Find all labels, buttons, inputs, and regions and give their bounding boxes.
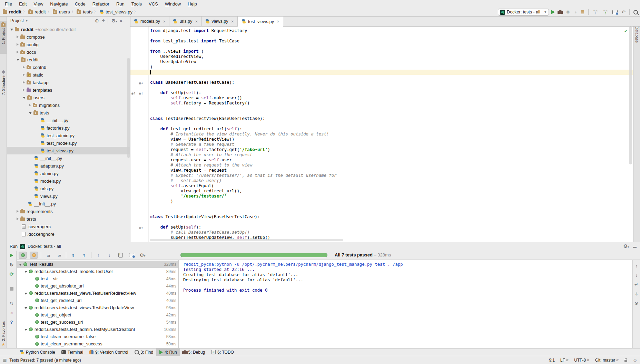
collapsed-arrow-icon[interactable]: [17, 51, 19, 53]
code-line[interactable]: UserRedirectView,: [130, 54, 633, 59]
breadcrumb-item[interactable]: reddit: [3, 9, 21, 14]
collapsed-arrow-icon[interactable]: [23, 73, 25, 76]
project-tree-item[interactable]: reddit ~/cookiecutter/reddit: [7, 26, 130, 33]
code-line[interactable]: # Expect: '/users/testuser/', as that is…: [130, 173, 633, 178]
project-tree-item[interactable]: config: [7, 41, 130, 48]
hide-panel-icon[interactable]: [120, 19, 124, 23]
code-line[interactable]: # call BaseUserTestCase.setUp(): [130, 230, 633, 235]
project-tree-item[interactable]: adapters.py: [7, 162, 130, 170]
tool-window-button-3-find[interactable]: 3: Find: [131, 348, 157, 356]
test-result-row[interactable]: test_get_success_url54ms: [17, 318, 178, 326]
close-icon[interactable]: [10, 311, 13, 315]
code-line[interactable]: [130, 220, 633, 225]
project-tree-item[interactable]: compose: [7, 33, 130, 41]
collapse-all-icon-button[interactable]: [80, 252, 88, 259]
project-tree-item[interactable]: tests: [7, 215, 130, 223]
code-line[interactable]: [130, 75, 633, 80]
run-icon[interactable]: [551, 10, 555, 14]
git-branch-widget[interactable]: Git: master⇵: [595, 358, 619, 363]
lock-icon[interactable]: [624, 360, 627, 362]
line-ending-widget[interactable]: LF⇵: [560, 358, 569, 363]
project-tree-item[interactable]: .coveragerc: [7, 223, 130, 230]
test-result-row[interactable]: test_get_object42ms: [17, 311, 178, 318]
pin-icon[interactable]: [10, 301, 13, 306]
code-editor[interactable]: from django.test import RequestFactoryfr…: [130, 27, 633, 242]
breadcrumb-item[interactable]: reddit: [28, 9, 46, 14]
close-tab-icon[interactable]: [231, 20, 234, 23]
test-result-row[interactable]: reddit.users.tests.test_models.TestUser8…: [17, 268, 178, 275]
project-tree-item[interactable]: static: [7, 71, 130, 79]
breadcrumb-item[interactable]: tests: [77, 9, 92, 14]
menu-item-view[interactable]: View: [30, 1, 47, 7]
code-line[interactable]: self.assertEqual(: [130, 183, 633, 189]
menu-item-file[interactable]: File: [1, 1, 16, 7]
code-line[interactable]: from django.test import RequestFactory: [130, 28, 633, 33]
project-tree-item[interactable]: .dockerignore: [7, 230, 130, 238]
code-line[interactable]: ): [130, 199, 633, 204]
concurrency-diagram-icon[interactable]: [581, 10, 585, 14]
move-down-icon[interactable]: [636, 273, 638, 277]
menu-item-code[interactable]: Code: [71, 1, 89, 7]
test-result-row[interactable]: reddit.users.tests.test_admin.TestMyUser…: [17, 326, 178, 333]
code-line[interactable]: def setUp(self):◉↑◉↓: [130, 90, 633, 95]
sort-alphabetically-icon-button[interactable]: [44, 252, 52, 259]
rollback-icon[interactable]: [621, 10, 626, 14]
test-result-row[interactable]: test_get_redirect_url40ms: [17, 297, 178, 304]
project-tree-item[interactable]: contrib: [7, 63, 130, 71]
search-everywhere-icon[interactable]: [633, 10, 638, 14]
collapsed-arrow-icon[interactable]: [23, 89, 25, 91]
project-tree-item[interactable]: __init__.py: [7, 154, 130, 162]
locate-icon[interactable]: [95, 18, 99, 23]
project-tree-item[interactable]: __init__.py: [7, 200, 130, 208]
stop-icon[interactable]: [10, 287, 13, 291]
tool-window-button-4-run[interactable]: 4: Run: [156, 348, 180, 356]
test-result-row[interactable]: test_get_absolute_url44ms: [17, 282, 178, 290]
collapse-all-icon[interactable]: [102, 18, 105, 23]
code-line[interactable]: from test_plus.test import TestCase: [130, 39, 633, 44]
expanded-arrow-icon[interactable]: [17, 59, 19, 61]
menu-item-edit[interactable]: Edit: [16, 1, 30, 7]
toggle-auto-test-icon[interactable]: [10, 272, 14, 276]
project-tree-item[interactable]: urls.py: [7, 185, 130, 192]
menu-item-refactor[interactable]: Refactor: [89, 1, 113, 7]
scroll-to-end-icon[interactable]: [634, 292, 638, 296]
project-tree-item[interactable]: test_admin.py: [7, 132, 130, 139]
project-tree-item[interactable]: factories.py: [7, 124, 130, 132]
tool-window-button-python-console[interactable]: Python Console: [17, 348, 58, 356]
collapsed-arrow-icon[interactable]: [17, 218, 19, 220]
collapsed-arrow-icon[interactable]: [17, 43, 19, 46]
vcs-update-icon[interactable]: VCS↓: [592, 10, 599, 15]
expanded-arrow-icon[interactable]: [23, 97, 26, 99]
test-result-row[interactable]: Test Results328ms: [17, 261, 178, 268]
expanded-arrow-icon[interactable]: [24, 329, 27, 331]
import-results-icon-button[interactable]: [116, 252, 125, 259]
project-tree-item[interactable]: test_models.py: [7, 139, 130, 147]
profiler-icon[interactable]: [574, 10, 577, 14]
editor-vertical-scrollbar[interactable]: [629, 27, 632, 164]
project-tree-item[interactable]: migrations: [7, 101, 130, 109]
options-icon-button[interactable]: [138, 252, 147, 259]
code-line[interactable]: UserUpdateView: [130, 59, 633, 64]
code-line[interactable]: [130, 121, 633, 127]
breadcrumb-item[interactable]: users: [53, 9, 70, 14]
code-line[interactable]: self.factory = RequestFactory(): [130, 101, 633, 106]
tool-window-button-5-debug[interactable]: 5: Debug: [180, 348, 208, 356]
collapsed-arrow-icon[interactable]: [17, 210, 19, 213]
collapsed-arrow-icon[interactable]: [17, 36, 19, 38]
tool-window-button-6-todo[interactable]: 6: TODO: [208, 348, 237, 356]
editor-horizontal-scrollbar[interactable]: [150, 239, 343, 241]
code-line[interactable]: class BaseUserTestCase(TestCase):◉↓: [130, 80, 633, 85]
expand-all-icon-button[interactable]: [69, 252, 77, 259]
project-tree-item[interactable]: templates: [7, 86, 130, 94]
code-line[interactable]: request = self.factory.get('/fake-url'): [130, 147, 633, 152]
clear-icon[interactable]: [634, 301, 638, 305]
settings-icon[interactable]: [623, 244, 629, 249]
rerun-failed-icon[interactable]: [10, 262, 14, 267]
editor-tab-views-py[interactable]: views.py: [202, 17, 238, 26]
menu-item-help[interactable]: Help: [184, 1, 200, 7]
menu-item-run[interactable]: Run: [113, 1, 128, 7]
project-tree-item[interactable]: docs: [7, 48, 130, 56]
caret-position-widget[interactable]: 9:1: [549, 358, 555, 363]
show-ignored-icon-button[interactable]: [30, 252, 38, 259]
project-tree-item[interactable]: users: [7, 94, 130, 101]
